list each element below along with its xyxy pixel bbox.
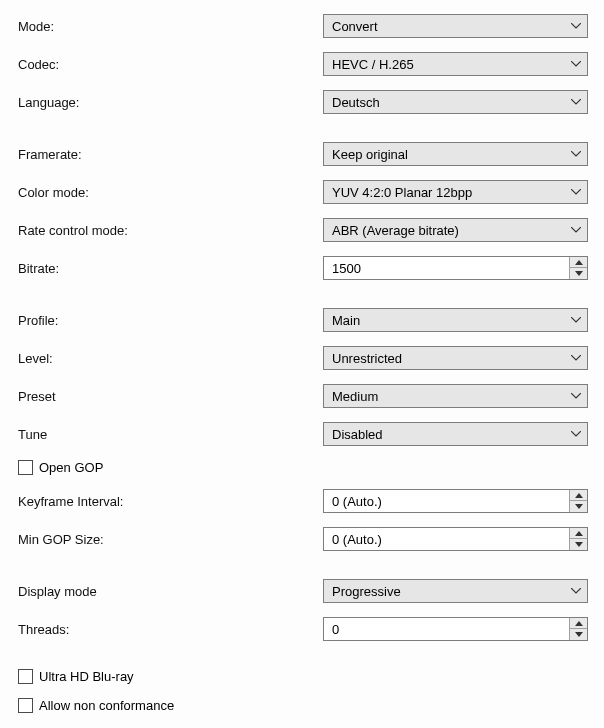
label-preset: Preset [18,389,323,404]
row-bitrate: Bitrate: 1500 [18,256,588,280]
spin-buttons [569,490,587,512]
select-codec-value: HEVC / H.265 [332,57,414,72]
chevron-down-icon [571,189,581,195]
label-color-mode: Color mode: [18,185,323,200]
row-threads: Threads: 0 [18,617,588,641]
row-profile: Profile: Main [18,308,588,332]
row-codec: Codec: HEVC / H.265 [18,52,588,76]
chevron-down-icon [571,355,581,361]
chevron-down-icon [571,227,581,233]
checkbox-open-gop[interactable] [18,460,33,475]
label-display-mode: Display mode [18,584,323,599]
spin-down-button[interactable] [570,501,587,512]
spin-bitrate[interactable]: 1500 [323,256,588,280]
row-tune: Tune Disabled [18,422,588,446]
spin-buttons [569,257,587,279]
chevron-down-icon [571,99,581,105]
spin-up-button[interactable] [570,618,587,629]
select-framerate-value: Keep original [332,147,408,162]
label-framerate: Framerate: [18,147,323,162]
select-language[interactable]: Deutsch [323,90,588,114]
label-codec: Codec: [18,57,323,72]
select-level[interactable]: Unrestricted [323,346,588,370]
spin-down-button[interactable] [570,268,587,279]
row-framerate: Framerate: Keep original [18,142,588,166]
checkbox-allow-nonconf[interactable] [18,698,33,713]
select-color-mode-value: YUV 4:2:0 Planar 12bpp [332,185,472,200]
spin-down-button[interactable] [570,539,587,550]
chevron-down-icon [571,151,581,157]
label-open-gop: Open GOP [39,460,103,475]
label-profile: Profile: [18,313,323,328]
spin-buttons [569,528,587,550]
select-color-mode[interactable]: YUV 4:2:0 Planar 12bpp [323,180,588,204]
label-tune: Tune [18,427,323,442]
select-mode-value: Convert [332,19,378,34]
row-language: Language: Deutsch [18,90,588,114]
select-mode[interactable]: Convert [323,14,588,38]
spin-up-button[interactable] [570,490,587,501]
spin-keyframe-interval-value: 0 (Auto.) [332,494,382,509]
spin-min-gop-size-value: 0 (Auto.) [332,532,382,547]
select-preset-value: Medium [332,389,378,404]
spin-threads[interactable]: 0 [323,617,588,641]
spin-up-button[interactable] [570,528,587,539]
chevron-down-icon [571,61,581,67]
select-profile-value: Main [332,313,360,328]
chevron-down-icon [571,588,581,594]
select-level-value: Unrestricted [332,351,402,366]
label-level: Level: [18,351,323,366]
spin-keyframe-interval[interactable]: 0 (Auto.) [323,489,588,513]
encoder-settings-form: Mode: Convert Codec: HEVC / H.265 Langua… [0,0,604,728]
spin-min-gop-size[interactable]: 0 (Auto.) [323,527,588,551]
row-allow-nonconf: Allow non conformance [18,698,588,713]
select-profile[interactable]: Main [323,308,588,332]
row-color-mode: Color mode: YUV 4:2:0 Planar 12bpp [18,180,588,204]
select-rate-control[interactable]: ABR (Average bitrate) [323,218,588,242]
select-tune-value: Disabled [332,427,383,442]
label-min-gop-size: Min GOP Size: [18,532,323,547]
checkbox-uhd-bluray[interactable] [18,669,33,684]
row-display-mode: Display mode Progressive [18,579,588,603]
label-allow-nonconf: Allow non conformance [39,698,174,713]
row-level: Level: Unrestricted [18,346,588,370]
spin-bitrate-value: 1500 [332,261,361,276]
row-uhd-bluray: Ultra HD Blu-ray [18,669,588,684]
spin-up-button[interactable] [570,257,587,268]
chevron-down-icon [571,431,581,437]
select-language-value: Deutsch [332,95,380,110]
chevron-down-icon [571,317,581,323]
label-bitrate: Bitrate: [18,261,323,276]
chevron-down-icon [571,393,581,399]
select-display-mode-value: Progressive [332,584,401,599]
spin-threads-value: 0 [332,622,339,637]
select-framerate[interactable]: Keep original [323,142,588,166]
spin-buttons [569,618,587,640]
label-mode: Mode: [18,19,323,34]
row-min-gop-size: Min GOP Size: 0 (Auto.) [18,527,588,551]
select-display-mode[interactable]: Progressive [323,579,588,603]
row-preset: Preset Medium [18,384,588,408]
select-rate-control-value: ABR (Average bitrate) [332,223,459,238]
row-rate-control: Rate control mode: ABR (Average bitrate) [18,218,588,242]
row-keyframe-interval: Keyframe Interval: 0 (Auto.) [18,489,588,513]
select-codec[interactable]: HEVC / H.265 [323,52,588,76]
row-mode: Mode: Convert [18,14,588,38]
label-language: Language: [18,95,323,110]
chevron-down-icon [571,23,581,29]
label-threads: Threads: [18,622,323,637]
spin-down-button[interactable] [570,629,587,640]
select-tune[interactable]: Disabled [323,422,588,446]
label-rate-control: Rate control mode: [18,223,323,238]
label-keyframe-interval: Keyframe Interval: [18,494,323,509]
label-uhd-bluray: Ultra HD Blu-ray [39,669,134,684]
select-preset[interactable]: Medium [323,384,588,408]
row-open-gop: Open GOP [18,460,588,475]
